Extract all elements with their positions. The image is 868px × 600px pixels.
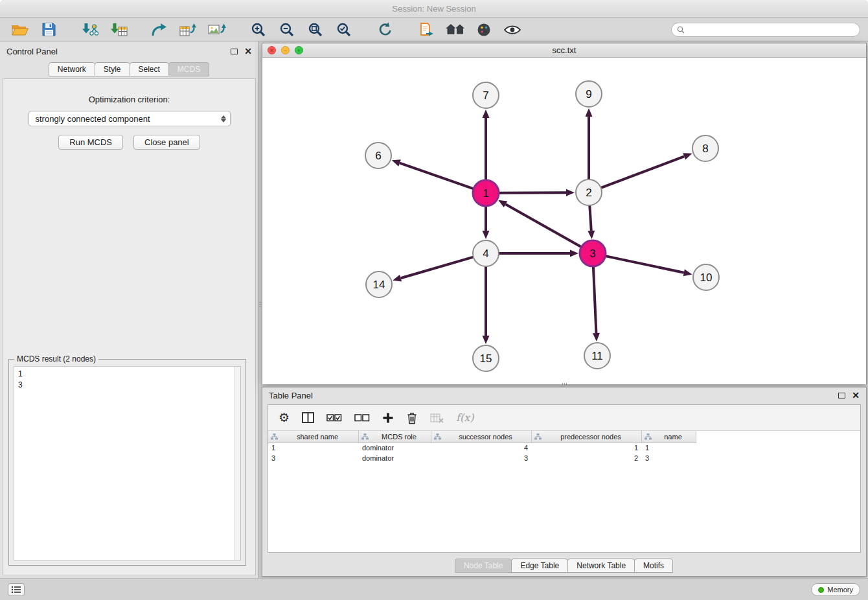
table-panel-header: Table Panel ✕ bbox=[262, 387, 866, 403]
clone-network-button[interactable] bbox=[415, 20, 439, 40]
column-header-successor-nodes[interactable]: successor nodes bbox=[431, 431, 532, 443]
export-table-button[interactable] bbox=[176, 20, 201, 40]
unselect-all-columns-icon[interactable] bbox=[354, 414, 370, 422]
table-header-row: shared nameMCDS rolesuccessor nodesprede… bbox=[268, 431, 860, 443]
table-cell: 3 bbox=[268, 454, 359, 464]
edge-1-6[interactable] bbox=[400, 163, 474, 189]
column-header-predecessor-nodes[interactable]: predecessor nodes bbox=[532, 431, 642, 443]
column-header-shared-name[interactable]: shared name bbox=[268, 431, 359, 443]
tab-style[interactable]: Style bbox=[95, 62, 130, 76]
tab-edge-table[interactable]: Edge Table bbox=[511, 559, 568, 573]
table-settings-icon[interactable]: ⚙ bbox=[279, 411, 290, 424]
horizontal-splitter-handle[interactable] bbox=[557, 383, 571, 386]
network-window-titlebar[interactable]: ✕ − + scc.txt bbox=[262, 43, 866, 58]
table-row[interactable]: 3dominator323 bbox=[268, 454, 860, 464]
show-columns-icon[interactable] bbox=[302, 412, 314, 423]
task-history-button[interactable] bbox=[8, 583, 25, 596]
table-cell: 3 bbox=[642, 454, 696, 464]
graph-node-9[interactable]: 9 bbox=[576, 81, 602, 107]
edge-3-1[interactable] bbox=[505, 204, 581, 247]
graph-node-7[interactable]: 7 bbox=[473, 82, 499, 108]
export-network-button[interactable] bbox=[148, 20, 172, 40]
edge-1-2[interactable] bbox=[499, 192, 566, 193]
node-table-container: ⚙ bbox=[268, 404, 861, 553]
search-icon bbox=[677, 26, 685, 34]
close-panel-icon[interactable]: ✕ bbox=[244, 47, 252, 56]
graph-node-3[interactable]: 3 bbox=[580, 240, 606, 266]
mcds-tab-content: Optimization criterion: strongly connect… bbox=[3, 78, 256, 575]
import-table-button[interactable] bbox=[106, 20, 131, 40]
status-bar: Memory bbox=[0, 578, 868, 600]
search-field[interactable] bbox=[671, 23, 860, 37]
graph-node-14[interactable]: 14 bbox=[366, 271, 392, 297]
edge-3-11[interactable] bbox=[593, 266, 597, 333]
edge-2-3[interactable] bbox=[589, 205, 591, 231]
column-type-icon bbox=[271, 433, 278, 440]
column-header-name[interactable]: name bbox=[642, 431, 696, 443]
zoom-in-button[interactable] bbox=[246, 20, 271, 40]
mcds-result-area[interactable]: 1 3 bbox=[14, 366, 241, 560]
home-button[interactable] bbox=[443, 20, 468, 40]
close-panel-button[interactable]: Close panel bbox=[133, 135, 200, 150]
tab-network[interactable]: Network bbox=[49, 62, 95, 76]
list-icon bbox=[11, 586, 21, 594]
show-details-button[interactable] bbox=[500, 20, 525, 40]
edge-3-10[interactable] bbox=[606, 256, 684, 273]
criterion-select[interactable]: strongly connected component bbox=[29, 111, 231, 126]
table-row[interactable]: 1dominator411 bbox=[268, 443, 860, 454]
edge-2-8[interactable] bbox=[601, 156, 685, 188]
graph-node-4[interactable]: 4 bbox=[473, 240, 499, 266]
export-image-button[interactable] bbox=[205, 20, 229, 40]
result-scrollbar[interactable] bbox=[234, 367, 240, 560]
search-input[interactable] bbox=[688, 25, 854, 34]
open-session-button[interactable] bbox=[8, 20, 32, 40]
close-table-panel-icon[interactable]: ✕ bbox=[852, 391, 860, 400]
zoom-selected-icon bbox=[336, 22, 352, 38]
memory-button[interactable]: Memory bbox=[811, 583, 860, 596]
graph-node-10[interactable]: 10 bbox=[693, 264, 719, 290]
delete-column-icon[interactable] bbox=[406, 411, 418, 424]
zoom-in-icon bbox=[251, 22, 266, 38]
control-panel-header: Control Panel ✕ bbox=[0, 41, 258, 61]
column-header-MCDS-role[interactable]: MCDS role bbox=[359, 431, 431, 443]
mcds-result-text: 1 3 bbox=[14, 367, 240, 393]
import-network-button[interactable] bbox=[78, 20, 102, 40]
control-panel: Control Panel ✕ Network Style Select MCD… bbox=[0, 41, 259, 578]
run-mcds-button[interactable]: Run MCDS bbox=[58, 135, 123, 150]
graph-node-8[interactable]: 8 bbox=[692, 135, 718, 161]
close-window-button[interactable]: ✕ bbox=[268, 46, 276, 54]
graph-node-1[interactable]: 1 bbox=[473, 180, 499, 206]
graph-node-15[interactable]: 15 bbox=[473, 345, 499, 371]
graph-node-6[interactable]: 6 bbox=[365, 143, 391, 168]
zoom-fit-button[interactable] bbox=[303, 20, 328, 40]
select-all-columns-icon[interactable] bbox=[326, 414, 342, 422]
tab-network-table[interactable]: Network Table bbox=[567, 559, 635, 573]
network-canvas[interactable]: 7968124314101511 bbox=[262, 58, 866, 384]
zoom-selected-button[interactable] bbox=[332, 20, 356, 40]
maximize-window-button[interactable]: + bbox=[295, 46, 303, 54]
window-titlebar[interactable]: Session: New Session bbox=[0, 0, 868, 17]
save-session-button[interactable] bbox=[36, 20, 61, 40]
graph-node-2[interactable]: 2 bbox=[576, 179, 602, 205]
svg-text:9: 9 bbox=[586, 88, 591, 100]
graph-node-11[interactable]: 11 bbox=[584, 343, 610, 369]
svg-text:4: 4 bbox=[483, 248, 488, 260]
tab-select[interactable]: Select bbox=[130, 62, 169, 76]
refresh-view-button[interactable] bbox=[373, 20, 398, 40]
table-panel-title: Table Panel bbox=[269, 391, 313, 400]
minimize-window-button[interactable]: − bbox=[281, 46, 290, 54]
create-column-icon[interactable] bbox=[382, 412, 394, 424]
edge-4-14[interactable] bbox=[401, 257, 474, 279]
vertical-splitter-handle[interactable] bbox=[258, 297, 262, 311]
tab-mcds[interactable]: MCDS bbox=[168, 62, 209, 76]
zoom-out-button[interactable] bbox=[275, 20, 299, 40]
table-body: 1dominator4113dominator323 bbox=[268, 443, 860, 464]
optimization-criterion-label: Optimization criterion: bbox=[3, 95, 255, 104]
float-table-panel-icon[interactable] bbox=[838, 393, 845, 398]
tab-node-table[interactable]: Node Table bbox=[455, 559, 512, 573]
zoom-out-icon bbox=[279, 22, 295, 38]
tab-motifs[interactable]: Motifs bbox=[634, 559, 673, 573]
style-button[interactable] bbox=[472, 20, 496, 40]
float-panel-icon[interactable] bbox=[231, 49, 238, 54]
edge-arrowhead-icon bbox=[683, 153, 692, 159]
